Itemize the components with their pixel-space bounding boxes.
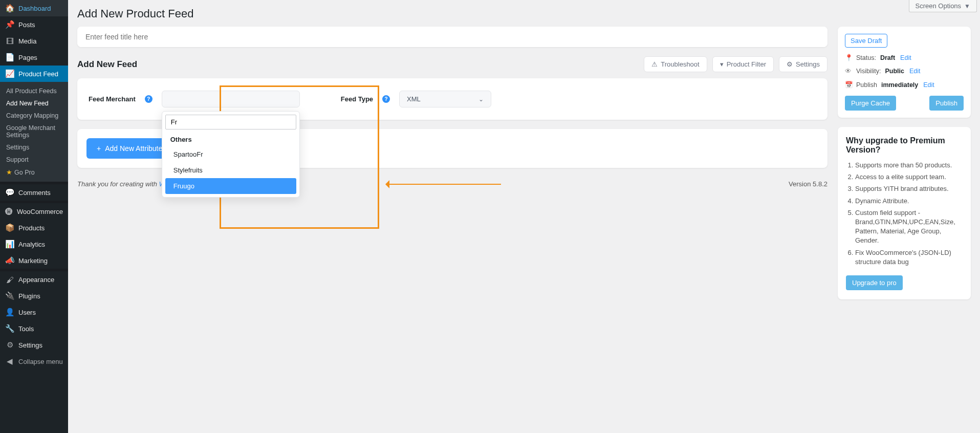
upgrade-heading: Why upgrade to Premium Version? bbox=[846, 136, 963, 155]
comment-icon: 💬 bbox=[5, 188, 14, 197]
sidebar-item-label: Dashboard bbox=[18, 5, 51, 12]
sidebar-item-collapse-menu[interactable]: ◀Collapse menu bbox=[0, 353, 68, 370]
upgrade-box: Why upgrade to Premium Version? Supports… bbox=[838, 127, 971, 299]
wrench-icon: 🔧 bbox=[5, 324, 14, 333]
sidebar-item-label: Marketing bbox=[18, 257, 48, 265]
sidebar-subitem-support[interactable]: Support bbox=[0, 154, 68, 166]
merchant-option-spartoofr[interactable]: SpartooFr bbox=[165, 146, 296, 162]
edit-status-link[interactable]: Edit bbox=[900, 54, 911, 61]
sidebar-item-analytics[interactable]: 📊Analytics bbox=[0, 236, 68, 252]
upgrade-reason: Custom field support - Brand,GTIN,MPN,UP… bbox=[855, 208, 963, 246]
merchant-option-stylefruits[interactable]: Stylefruits bbox=[165, 162, 296, 178]
sidebar-item-products[interactable]: 📦Products bbox=[0, 220, 68, 236]
upgrade-to-pro-button[interactable]: Upgrade to pro bbox=[846, 275, 903, 290]
page-icon: 📄 bbox=[5, 53, 14, 62]
save-draft-button[interactable]: Save Draft bbox=[845, 34, 887, 48]
sidebar-item-label: Plugins bbox=[18, 292, 40, 300]
key-icon: 📍 bbox=[845, 54, 852, 61]
annotation-arrow bbox=[381, 180, 501, 188]
sidebar-subitem-category-mapping[interactable]: Category Mapping bbox=[0, 110, 68, 122]
feed-title-input[interactable] bbox=[77, 27, 827, 47]
sidebar-item-users[interactable]: 👤Users bbox=[0, 304, 68, 320]
sidebar-item-marketing[interactable]: 📣Marketing bbox=[0, 252, 68, 269]
screen-options-toggle[interactable]: Screen Options▼ bbox=[909, 0, 977, 12]
sidebar-item-label: Comments bbox=[18, 189, 51, 197]
help-icon[interactable]: ? bbox=[145, 95, 153, 103]
merchant-dropdown: Others SpartooFrStylefruitsFruugo bbox=[162, 111, 300, 198]
sidebar-item-label: Settings bbox=[18, 341, 42, 349]
merchant-optgroup: Others bbox=[165, 129, 296, 146]
chevron-down-icon: ▼ bbox=[964, 3, 970, 10]
plug-icon: 🔌 bbox=[5, 291, 14, 300]
sidebar-item-product-feed[interactable]: 📈Product Feed bbox=[0, 66, 68, 82]
sidebar-item-label: WooCommerce bbox=[17, 208, 63, 215]
sidebar-item-label: Analytics bbox=[18, 241, 45, 248]
woo-icon: 🅦 bbox=[5, 207, 13, 216]
publish-box: Save Draft 📍Status: Draft Edit 👁Visibili… bbox=[838, 27, 971, 118]
speedometer-icon: 🏠 bbox=[5, 4, 14, 13]
sidebar-subitem-go-pro[interactable]: ★Go Pro bbox=[0, 166, 68, 179]
upgrade-reason: Supports YITH brand attributes. bbox=[855, 184, 963, 193]
sidebar-item-label: Users bbox=[18, 309, 36, 316]
sidebar-item-posts[interactable]: 📌Posts bbox=[0, 16, 68, 33]
sidebar-item-label: Posts bbox=[18, 21, 35, 29]
settings-button[interactable]: ⚙Settings bbox=[779, 56, 827, 72]
upgrade-reason: Supports more than 50 products. bbox=[855, 161, 963, 170]
sidebar-item-label: Tools bbox=[18, 325, 34, 333]
upgrade-reason: Dynamic Attribute. bbox=[855, 197, 963, 206]
troubleshoot-button[interactable]: ⚠Troubleshoot bbox=[644, 56, 707, 72]
add-attribute-button[interactable]: +Add New Attribute bbox=[86, 138, 172, 159]
bars-icon: 📊 bbox=[5, 240, 14, 249]
sidebar-item-settings[interactable]: ⚙Settings bbox=[0, 337, 68, 353]
sidebar-item-label: Media bbox=[18, 37, 36, 45]
gear-icon: ⚙ bbox=[787, 60, 793, 68]
pin-icon: 📌 bbox=[5, 20, 14, 29]
merchant-search-input[interactable] bbox=[165, 115, 296, 129]
sidebar-item-plugins[interactable]: 🔌Plugins bbox=[0, 288, 68, 304]
help-icon[interactable]: ? bbox=[382, 95, 390, 103]
feed-type-select[interactable]: XML ⌄ bbox=[399, 91, 491, 107]
filter-icon: ▾ bbox=[720, 60, 724, 68]
sidebar-item-comments[interactable]: 💬Comments bbox=[0, 184, 68, 201]
sidebar-subitem-add-new-feed[interactable]: Add New Feed bbox=[0, 97, 68, 110]
sidebar-item-label: Collapse menu bbox=[18, 358, 63, 365]
eye-icon: 👁 bbox=[845, 68, 852, 75]
plus-icon: + bbox=[97, 144, 101, 153]
collapse-icon: ◀ bbox=[5, 357, 14, 366]
publish-button[interactable]: Publish bbox=[929, 96, 964, 111]
page-title: Add New Product Feed bbox=[77, 0, 971, 27]
chevron-down-icon: ⌄ bbox=[478, 96, 484, 103]
feed-merchant-select[interactable]: Others SpartooFrStylefruitsFruugo bbox=[162, 91, 300, 107]
sidebar-subitem-google-merchant-settings[interactable]: Google Merchant Settings bbox=[0, 122, 68, 141]
footer-version: Version 5.8.2 bbox=[789, 180, 827, 188]
admin-sidebar: 🏠Dashboard📌Posts🎞Media📄Pages📈Product Fee… bbox=[0, 0, 68, 433]
sidebar-item-appearance[interactable]: 🖌Appearance bbox=[0, 271, 68, 288]
main-content: Screen Options▼ Add New Product Feed Add… bbox=[68, 0, 980, 433]
calendar-icon: 📅 bbox=[845, 81, 852, 89]
sidebar-item-dashboard[interactable]: 🏠Dashboard bbox=[0, 0, 68, 16]
sidebar-item-label: Product Feed bbox=[18, 70, 58, 78]
user-icon: 👤 bbox=[5, 308, 14, 317]
chart-icon: 📈 bbox=[5, 69, 14, 78]
sidebar-subitem-all-product-feeds[interactable]: All Product Feeds bbox=[0, 85, 68, 97]
mega-icon: 📣 bbox=[5, 256, 14, 265]
brush-icon: 🖌 bbox=[5, 275, 14, 284]
box-icon: 📦 bbox=[5, 223, 14, 232]
sidebar-item-label: Appearance bbox=[18, 276, 54, 284]
merchant-option-fruugo[interactable]: Fruugo bbox=[165, 178, 296, 194]
product-filter-button[interactable]: ▾Product Filter bbox=[712, 56, 774, 72]
sidebar-item-label: Products bbox=[18, 224, 45, 232]
feed-config-card: Feed Merchant ? Others SpartooFrStylefru… bbox=[77, 78, 827, 120]
sidebar-item-woocommerce[interactable]: 🅦WooCommerce bbox=[0, 203, 68, 220]
sidebar-item-pages[interactable]: 📄Pages bbox=[0, 49, 68, 66]
purge-cache-button[interactable]: Purge Cache bbox=[845, 96, 896, 111]
edit-visibility-link[interactable]: Edit bbox=[909, 68, 921, 75]
sidebar-item-media[interactable]: 🎞Media bbox=[0, 33, 68, 49]
sidebar-item-tools[interactable]: 🔧Tools bbox=[0, 320, 68, 337]
edit-schedule-link[interactable]: Edit bbox=[923, 81, 934, 89]
warning-icon: ⚠ bbox=[651, 60, 658, 68]
sidebar-item-label: Pages bbox=[18, 54, 37, 61]
upgrade-reason: Access to a elite support team. bbox=[855, 172, 963, 182]
feed-merchant-label: Feed Merchant bbox=[89, 95, 136, 103]
sidebar-subitem-settings[interactable]: Settings bbox=[0, 141, 68, 154]
